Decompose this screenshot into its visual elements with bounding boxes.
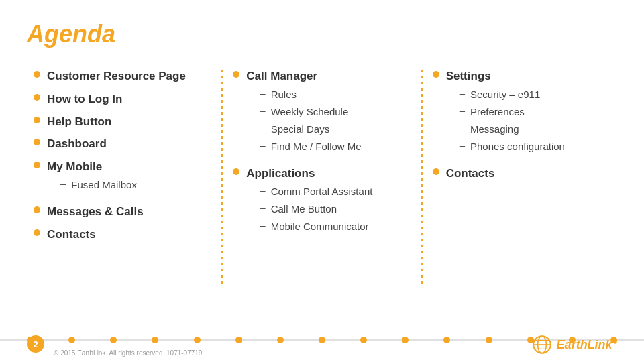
- sub-item: –Fused Mailbox: [60, 178, 211, 192]
- footer-dot: [277, 337, 284, 343]
- sub-dash: –: [260, 202, 265, 213]
- sub-text: Special Days: [271, 122, 330, 136]
- sub-item: –Rules: [260, 87, 411, 101]
- sub-text: Rules: [271, 87, 297, 101]
- sub-item: –Mobile Communicator: [260, 219, 411, 233]
- bullet-item: Messages & Calls: [34, 204, 211, 220]
- footer-dot: [402, 337, 409, 343]
- bullet-text: Contacts: [47, 227, 211, 243]
- divider-1: [218, 68, 226, 284]
- earthlink-brand-text: EarthLink®: [557, 338, 617, 352]
- bullet-item: Contacts: [34, 227, 211, 243]
- bullet-text: How to Log In: [47, 91, 211, 107]
- bullet-text: Applications: [246, 166, 411, 182]
- bullet-item: Customer Resource Page: [34, 68, 211, 84]
- bullet-dot: [34, 162, 40, 168]
- sub-dash: –: [460, 139, 465, 151]
- column-2: Call Manager–Rules–Weekly Schedule–Speci…: [226, 68, 417, 284]
- bullet-dot: [34, 117, 40, 123]
- bullet-item: Applications–Comm Portal Assistant–Call …: [233, 166, 411, 239]
- footer-dots: [27, 337, 617, 343]
- earthlink-logo: EarthLink®: [531, 334, 617, 355]
- footer-dot: [68, 337, 75, 343]
- footer-dot: [194, 337, 201, 343]
- sub-item: –Security – e911: [460, 87, 610, 101]
- sub-dash: –: [260, 105, 265, 116]
- page-title: Agenda: [27, 20, 617, 48]
- sub-text: Mobile Communicator: [271, 219, 369, 233]
- bullet-dot: [34, 229, 40, 236]
- bullet-dot: [433, 168, 439, 175]
- bullet-text: Contacts: [446, 166, 610, 182]
- sub-item: –Special Days: [260, 122, 411, 136]
- footer-dot: [360, 337, 367, 343]
- divider-2: [418, 68, 426, 284]
- sub-text: Find Me / Follow Me: [271, 139, 362, 154]
- sub-text: Messaging: [470, 122, 519, 136]
- footer-dot: [110, 337, 117, 343]
- bullet-text: Settings: [446, 68, 610, 84]
- bullet-item: Call Manager–Rules–Weekly Schedule–Speci…: [233, 68, 411, 159]
- copyright: © 2015 EarthLink. All rights reserved. 1…: [54, 349, 202, 357]
- bullet-text: Dashboard: [47, 136, 211, 152]
- sub-dash: –: [460, 122, 465, 133]
- sub-text: Fused Mailbox: [71, 178, 137, 192]
- sub-dash: –: [460, 87, 465, 99]
- sub-dash: –: [260, 139, 265, 151]
- sub-text: Comm Portal Assistant: [271, 184, 373, 198]
- sub-dash: –: [460, 105, 465, 116]
- sub-item: –Comm Portal Assistant: [260, 184, 411, 198]
- bullet-dot: [34, 94, 40, 101]
- earthlink-icon: [531, 334, 553, 355]
- sub-items: –Fused Mailbox: [60, 178, 211, 192]
- sub-text: Phones configuration: [470, 139, 565, 154]
- bullet-text: Help Button: [47, 114, 211, 130]
- sub-item: –Call Me Button: [260, 202, 411, 216]
- footer-dot: [235, 337, 242, 343]
- footer-dot: [319, 337, 325, 343]
- bullet-text: Messages & Calls: [47, 204, 211, 220]
- sub-item: –Phones configuration: [460, 139, 610, 154]
- bullet-item: Settings–Security – e911–Preferences–Mes…: [433, 68, 610, 159]
- bullet-item: Contacts: [433, 166, 610, 182]
- sub-item: –Find Me / Follow Me: [260, 139, 411, 154]
- bullet-item: Help Button: [34, 114, 211, 130]
- sub-items: –Security – e911–Preferences–Messaging–P…: [460, 87, 610, 154]
- bullet-text: Customer Resource Page: [47, 68, 211, 84]
- sub-items: –Rules–Weekly Schedule–Special Days–Find…: [260, 87, 411, 154]
- sub-text: Weekly Schedule: [271, 105, 349, 119]
- sub-item: –Messaging: [460, 122, 610, 136]
- sub-dash: –: [260, 87, 265, 99]
- page-number: 2: [27, 335, 44, 353]
- bullet-item: How to Log In: [34, 91, 211, 107]
- bullet-dot: [34, 71, 40, 78]
- bullet-item: Dashboard: [34, 136, 211, 152]
- bullet-dot: [233, 71, 239, 78]
- sub-text: Preferences: [470, 105, 525, 119]
- sub-dash: –: [260, 184, 265, 196]
- bullet-text: Call Manager: [246, 68, 411, 84]
- bullet-item: My Mobile–Fused Mailbox: [34, 159, 211, 197]
- bullet-dot: [34, 206, 40, 213]
- sub-item: –Preferences: [460, 105, 610, 119]
- bullet-dot: [433, 71, 439, 78]
- sub-item: –Weekly Schedule: [260, 105, 411, 119]
- content-area: Customer Resource PageHow to Log InHelp …: [27, 68, 617, 284]
- footer: 2 © 2015 EarthLink. All rights reserved.…: [0, 332, 644, 362]
- bullet-text: My Mobile: [47, 159, 211, 175]
- bullet-dot: [34, 139, 40, 145]
- sub-dash: –: [260, 219, 265, 231]
- sub-dash: –: [60, 178, 66, 189]
- sub-dash: –: [260, 122, 265, 133]
- sub-items: –Comm Portal Assistant–Call Me Button–Mo…: [260, 184, 411, 233]
- footer-dot: [443, 337, 450, 343]
- column-3: Settings–Security – e911–Preferences–Mes…: [426, 68, 617, 284]
- column-1: Customer Resource PageHow to Log InHelp …: [27, 68, 218, 284]
- sub-text: Call Me Button: [271, 202, 337, 216]
- footer-dot: [152, 337, 158, 343]
- bullet-dot: [233, 168, 239, 175]
- sub-text: Security – e911: [470, 87, 540, 101]
- footer-dot: [486, 337, 492, 343]
- page-container: Agenda Customer Resource PageHow to Log …: [0, 0, 644, 362]
